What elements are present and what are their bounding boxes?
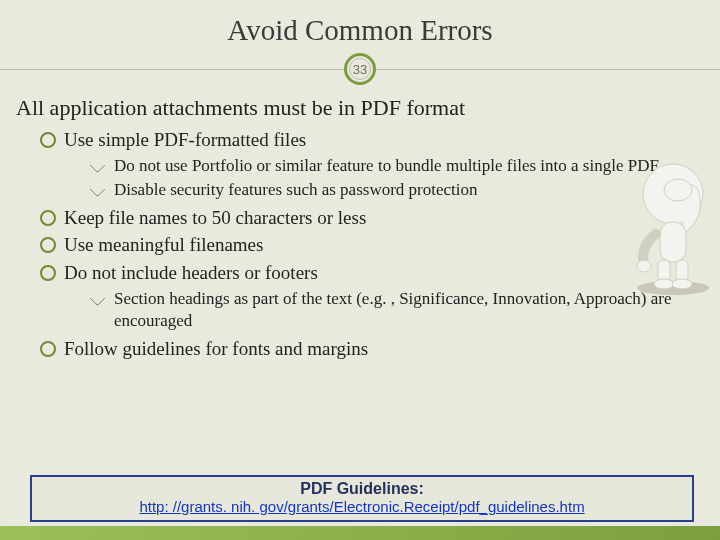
- page-number-badge: 33: [344, 53, 376, 85]
- sub-list: Do not use Portfolio or similar feature …: [92, 155, 698, 201]
- footer-link[interactable]: http: //grants. nih. gov/grants/Electron…: [139, 498, 584, 515]
- list-item: Do not include headers or footers Sectio…: [40, 260, 698, 332]
- content-area: Use simple PDF-formatted files Do not us…: [22, 127, 698, 362]
- divider: 33: [22, 53, 698, 87]
- list-item: Section headings as part of the text (e.…: [92, 288, 698, 332]
- bullet-text: Use simple PDF-formatted files: [64, 129, 306, 150]
- list-item: Follow guidelines for fonts and margins: [40, 336, 698, 362]
- list-item: Disable security features such as passwo…: [92, 179, 698, 201]
- sub-list: Section headings as part of the text (e.…: [92, 288, 698, 332]
- slide: Avoid Common Errors 33 All application a…: [0, 0, 720, 540]
- slide-subtitle: All application attachments must be in P…: [16, 95, 698, 121]
- bullet-text: Do not include headers or footers: [64, 262, 318, 283]
- bullet-text: Keep file names to 50 characters or less: [64, 207, 366, 228]
- footer-callout: PDF Guidelines: http: //grants. nih. gov…: [30, 475, 694, 522]
- bullet-text: Do not use Portfolio or similar feature …: [114, 156, 659, 175]
- bullet-text: Follow guidelines for fonts and margins: [64, 338, 368, 359]
- list-item: Keep file names to 50 characters or less: [40, 205, 698, 231]
- bullet-text: Disable security features such as passwo…: [114, 180, 478, 199]
- bullet-text: Section headings as part of the text (e.…: [114, 289, 672, 330]
- slide-title: Avoid Common Errors: [22, 14, 698, 47]
- bottom-accent-bar: [0, 526, 720, 540]
- footer-title: PDF Guidelines:: [38, 480, 686, 498]
- bullet-text: Use meaningful filenames: [64, 234, 263, 255]
- bullet-list: Use simple PDF-formatted files Do not us…: [40, 127, 698, 362]
- page-number: 33: [353, 62, 367, 77]
- list-item: Use meaningful filenames: [40, 232, 698, 258]
- list-item: Use simple PDF-formatted files Do not us…: [40, 127, 698, 201]
- list-item: Do not use Portfolio or similar feature …: [92, 155, 698, 177]
